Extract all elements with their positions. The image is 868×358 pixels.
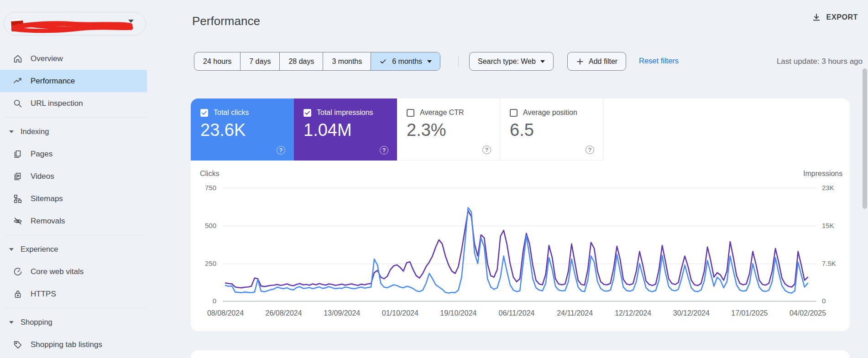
right-tick: 0	[822, 297, 826, 305]
chevron-down-icon	[128, 23, 134, 31]
tag-icon	[13, 340, 23, 350]
sidebar-item-videos[interactable]: Videos	[0, 165, 147, 187]
sidebar-divider	[5, 117, 147, 118]
performance-card: Total clicks 23.6K ? Total impressions 1…	[191, 99, 850, 331]
series-impressions	[225, 211, 808, 288]
x-tick: 19/10/2024	[440, 309, 476, 317]
metric-label: Total impressions	[317, 109, 373, 117]
sidebar-item-performance[interactable]: Performance	[0, 70, 147, 92]
metric-label: Average position	[523, 109, 577, 117]
metric-value: 2.3%	[407, 120, 446, 140]
sidebar-item-label: URL inspection	[31, 99, 83, 108]
sidebar-item-shopping-tab-listings[interactable]: Shopping tab listings	[0, 333, 147, 356]
pages-icon	[13, 149, 23, 159]
sidebar-section-label: Experience	[21, 245, 58, 254]
sidebar-item-label: Core web vitals	[31, 267, 84, 276]
help-icon[interactable]: ?	[380, 146, 388, 155]
scrollbar-thumb[interactable]	[863, 68, 867, 209]
date-range-control: 24 hours 7 days 28 days 3 months 6 month…	[194, 52, 440, 71]
metric-tile-average-ctr[interactable]: Average CTR 2.3% ?	[397, 99, 500, 161]
checkbox-checked-icon[interactable]	[200, 109, 208, 117]
x-tick: 06/11/2024	[499, 309, 535, 317]
chevron-down-icon	[540, 60, 545, 63]
left-tick: 750	[205, 184, 216, 192]
checkbox-checked-icon[interactable]	[303, 109, 311, 117]
metric-tile-total-impressions[interactable]: Total impressions 1.04M ?	[294, 99, 397, 161]
trending-up-icon	[13, 76, 23, 86]
right-tick: 7.5K	[822, 259, 836, 267]
filter-bar: 24 hours 7 days 28 days 3 months 6 month…	[0, 52, 868, 71]
section-caret-icon	[9, 321, 14, 324]
metric-value: 23.6K	[200, 120, 246, 140]
left-axis-title: Clicks	[200, 170, 220, 178]
sidebar-item-removals[interactable]: Removals	[0, 210, 147, 232]
left-tick: 250	[205, 259, 216, 267]
checkbox-unchecked-icon[interactable]	[510, 109, 518, 117]
metric-label: Total clicks	[214, 109, 249, 117]
sidebar-section-indexing[interactable]: Indexing	[0, 120, 147, 143]
left-tick: 0	[213, 297, 216, 305]
checkbox-unchecked-icon[interactable]	[407, 109, 414, 117]
sidebar-item-pages[interactable]: Pages	[0, 143, 147, 165]
next-card-partial	[191, 350, 850, 358]
range-6-months-selected[interactable]: 6 months	[371, 52, 440, 70]
metric-tile-average-position[interactable]: Average position 6.5 ?	[500, 99, 603, 161]
x-tick: 13/09/2024	[324, 309, 360, 317]
help-icon[interactable]: ?	[482, 145, 491, 154]
search-icon	[13, 99, 23, 109]
performance-chart	[225, 188, 808, 301]
sidebar-item-https[interactable]: HTTPS	[0, 283, 147, 305]
sidebar-item-label: Shopping tab listings	[31, 340, 102, 349]
x-tick: 12/12/2024	[615, 309, 651, 317]
redaction-scribble	[10, 19, 135, 35]
sidebar-nav: Overview Performance URL inspection Inde…	[0, 47, 147, 356]
reset-filters-link[interactable]: Reset filters	[639, 57, 679, 65]
search-type-chip[interactable]: Search type: Web	[469, 52, 554, 71]
sidebar-item-core-web-vitals[interactable]: Core web vitals	[0, 260, 147, 283]
property-selector[interactable]	[4, 12, 146, 36]
sidebar-section-shopping[interactable]: Shopping	[0, 311, 147, 333]
right-axis-title: Impressions	[803, 170, 842, 178]
download-icon	[812, 13, 821, 22]
range-24-hours[interactable]: 24 hours	[194, 52, 241, 70]
metric-tile-total-clicks[interactable]: Total clicks 23.6K ?	[191, 99, 294, 161]
range-7-days[interactable]: 7 days	[241, 52, 280, 70]
chart-plot-area[interactable]: 750 500 250 0 23K 15K 7.5K 0	[223, 188, 816, 301]
add-filter-chip[interactable]: Add filter	[567, 52, 626, 71]
x-tick: 01/10/2024	[382, 309, 418, 317]
export-button[interactable]: EXPORT	[812, 13, 858, 22]
range-28-days[interactable]: 28 days	[280, 52, 323, 70]
x-tick: 08/08/2024	[207, 309, 244, 317]
sitemap-icon	[13, 194, 23, 204]
sidebar-item-url-inspection[interactable]: URL inspection	[0, 92, 147, 114]
range-3-months[interactable]: 3 months	[323, 52, 371, 70]
export-label: EXPORT	[826, 13, 858, 21]
sidebar-item-label: Pages	[31, 150, 52, 159]
series-clicks	[225, 208, 808, 293]
video-icon	[13, 171, 23, 182]
filter-divider	[458, 55, 459, 67]
x-tick: 30/12/2024	[673, 309, 710, 317]
metric-label: Average CTR	[420, 109, 464, 117]
sidebar-section-experience[interactable]: Experience	[0, 238, 147, 260]
sidebar-divider	[5, 308, 147, 308]
x-tick: 24/11/2024	[557, 309, 593, 317]
sidebar-item-label: HTTPS	[31, 290, 56, 299]
check-icon	[379, 57, 387, 65]
left-tick: 500	[205, 222, 216, 229]
speedometer-icon	[13, 267, 23, 277]
page-title: Performance	[192, 14, 260, 28]
lock-icon	[13, 289, 23, 299]
sidebar-item-sitemaps[interactable]: Sitemaps	[0, 187, 147, 210]
x-tick: 26/08/2024	[266, 309, 302, 317]
sidebar-item-label: Removals	[31, 217, 65, 226]
sidebar-section-label: Indexing	[21, 127, 49, 136]
x-axis-labels: 08/08/2024 26/08/2024 13/09/2024 01/10/2…	[225, 309, 808, 318]
help-icon[interactable]: ?	[277, 146, 285, 155]
x-tick: 04/02/2025	[790, 309, 826, 317]
sidebar-item-label: Sitemaps	[31, 194, 63, 203]
section-caret-icon	[9, 130, 14, 133]
chevron-down-icon	[427, 60, 432, 63]
help-icon[interactable]: ?	[586, 145, 594, 154]
section-caret-icon	[9, 248, 14, 251]
